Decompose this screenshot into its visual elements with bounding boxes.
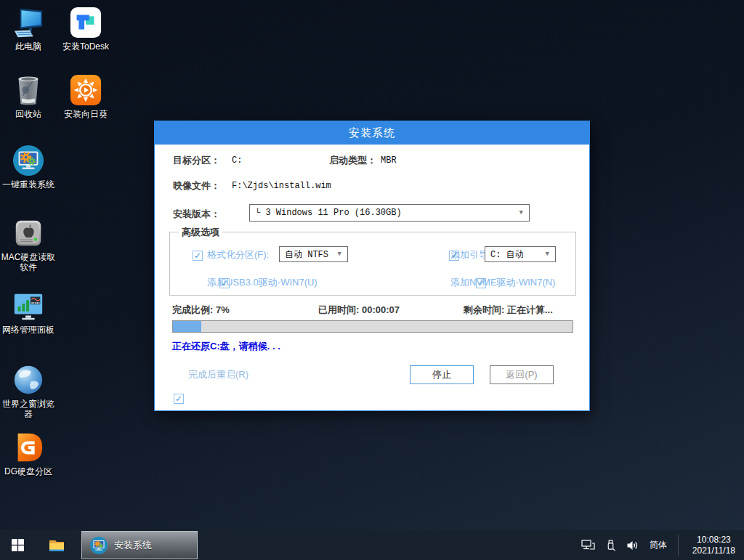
progress-bar-fill	[173, 321, 201, 332]
desktop-icon-label: DG硬盘分区	[0, 466, 57, 476]
tray-separator	[678, 535, 679, 556]
mac-disk-icon	[12, 216, 45, 250]
desktop-icon-mac-disk[interactable]: MAC硬盘读取软件	[0, 216, 57, 272]
desktop-icon-label: 安装向日葵	[57, 109, 114, 119]
desktop-icon-label: 网络管理面板	[0, 325, 57, 335]
start-button[interactable]	[0, 530, 35, 560]
back-button[interactable]: 返回(P)	[490, 365, 554, 384]
desktop-icon-network-panel[interactable]: 网络管理面板	[0, 289, 57, 335]
progress-bar	[172, 320, 573, 333]
desktop: 此电脑 安装ToDesk 回收站	[0, 0, 744, 560]
clock-date: 2021/11/18	[692, 545, 735, 556]
desktop-icon-label: 此电脑	[0, 41, 57, 52]
chevron-down-icon: ▼	[546, 251, 549, 258]
taskbar-task-install-system[interactable]: 安装系统	[81, 531, 198, 559]
chevron-down-icon: ▼	[519, 209, 523, 216]
target-partition-label: 目标分区：	[173, 154, 220, 167]
recycle-bin-icon	[12, 73, 45, 107]
sunflower-icon	[69, 73, 102, 107]
install-version-label: 安装版本：	[173, 208, 220, 221]
input-method-indicator[interactable]: 简体	[650, 539, 667, 551]
advanced-options-group: 高级选项 格式化分区(F): 自动 NTFS ▼ 添加引导(G): C: 自动 …	[169, 232, 576, 296]
reinstall-system-icon	[12, 144, 45, 177]
usb-icon[interactable]	[606, 540, 615, 551]
dg-partition-icon	[12, 431, 45, 464]
desktop-icon-label: 回收站	[0, 109, 57, 119]
image-file-label: 映像文件：	[173, 179, 220, 192]
this-pc-icon	[12, 6, 45, 39]
desktop-icon-dg-partition[interactable]: DG硬盘分区	[0, 431, 57, 476]
install-version-dropdown[interactable]: └ 3 Windows 11 Pro (16.30GB) ▼	[249, 204, 530, 222]
reboot-after-label: 完成后重启(R)	[188, 368, 248, 381]
desktop-icon-this-pc[interactable]: 此电脑	[0, 6, 57, 52]
desktop-icon-label: 一键重装系统	[0, 179, 57, 190]
desktop-icon-label: 世界之窗浏览器	[0, 399, 57, 419]
elapsed-time-text: 已用时间: 00:00:07	[318, 304, 400, 317]
desktop-icon-recycle-bin[interactable]: 回收站	[0, 73, 57, 119]
desktop-icon-sunflower[interactable]: 安装向日葵	[57, 73, 114, 119]
desktop-icon-label: 安装ToDesk	[57, 41, 114, 52]
nvme-driver-label: 添加NVME驱动-WIN7(N)	[450, 276, 555, 289]
desktop-icon-todesk[interactable]: 安装ToDesk	[57, 6, 114, 52]
browser-icon	[12, 363, 45, 397]
taskbar: 安装系统 简体	[0, 530, 744, 560]
volume-icon[interactable]	[626, 540, 639, 551]
clock-time: 10:08:23	[692, 535, 735, 545]
system-tray: 简体 10:08:23 2021/11/18	[581, 530, 744, 560]
desktop-icon-browser[interactable]: 世界之窗浏览器	[0, 363, 57, 419]
status-text: 正在还原C:盘，请稍候. . .	[172, 340, 280, 353]
remaining-time-text: 剩余时间: 正在计算...	[464, 304, 553, 317]
format-partition-checkbox[interactable]	[193, 251, 203, 261]
format-type-dropdown[interactable]: 自动 NTFS ▼	[279, 246, 348, 262]
boot-target-value: C: 自动	[490, 248, 524, 261]
desktop-icon-reinstall-system[interactable]: 一键重装系统	[0, 144, 57, 190]
boot-type-value: MBR	[381, 155, 397, 166]
todesk-icon	[69, 6, 102, 39]
install-system-task-icon	[89, 536, 108, 555]
usb3-driver-label: 添加USB3.0驱动-WIN7(U)	[207, 276, 318, 289]
boot-target-dropdown[interactable]: C: 自动 ▼	[485, 246, 556, 262]
boot-type-label: 启动类型：	[329, 154, 376, 167]
advanced-options-legend: 高级选项	[179, 226, 222, 239]
format-type-value: 自动 NTFS	[285, 248, 328, 261]
windows-logo-icon	[12, 539, 24, 551]
file-explorer-button[interactable]	[41, 530, 73, 560]
image-file-value: F:\Zjds\install.wim	[232, 181, 331, 191]
install-version-value: └ 3 Windows 11 Pro (16.30GB)	[255, 208, 402, 218]
format-partition-label: 格式化分区(F):	[207, 248, 269, 261]
folder-icon	[48, 537, 65, 554]
task-button-label: 安装系统	[114, 539, 152, 552]
network-icon[interactable]	[581, 540, 595, 551]
progress-percent-text: 完成比例: 7%	[172, 304, 230, 317]
reboot-after-checkbox[interactable]	[174, 394, 184, 404]
chevron-down-icon: ▼	[338, 251, 341, 258]
clock[interactable]: 10:08:23 2021/11/18	[690, 535, 738, 556]
target-partition-value: C:	[232, 155, 242, 166]
network-panel-icon	[12, 289, 45, 322]
dialog-titlebar[interactable]: 安装系统	[155, 121, 589, 145]
desktop-icon-label: MAC硬盘读取软件	[0, 252, 57, 272]
stop-button[interactable]: 停止	[410, 365, 474, 384]
install-system-dialog: 安装系统 目标分区： C: 启动类型： MBR 映像文件： F:\Zjds\in…	[154, 121, 590, 411]
